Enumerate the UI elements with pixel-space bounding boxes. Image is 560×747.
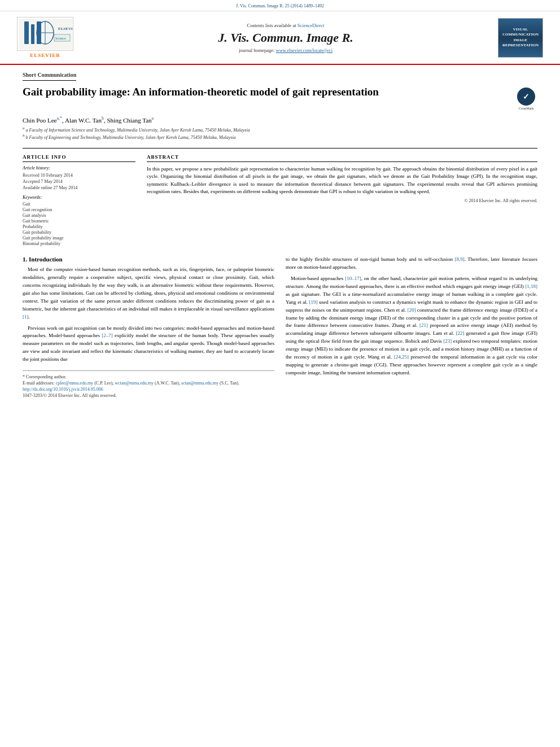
article-content: Short Communication Gait probability ima… <box>0 65 560 409</box>
article-title-row: Gait probability image: An information-t… <box>23 85 537 110</box>
keyword-5: Probability <box>23 224 135 229</box>
keyword-6: Gait probability <box>23 230 135 235</box>
article-info-header: ARTICLE INFO <box>23 154 135 162</box>
right-paragraph-1: to the highly flexible structures of non… <box>286 256 537 272</box>
keyword-4: Gait biometric <box>23 219 135 224</box>
keyword-3: Gait analysis <box>23 213 135 218</box>
svg-text:ELSEVIER: ELSEVIER <box>58 27 72 31</box>
right-paragraph-2: Motion-based approaches [10–17], on the … <box>286 275 537 377</box>
svg-rect-1 <box>24 21 29 44</box>
journal-header: ELSEVIER Science ELSEVIER Contents lists… <box>0 11 560 65</box>
affiliation-1: a a Faculty of Information Science and T… <box>23 126 537 133</box>
article-info-col: ARTICLE INFO Article history: Received 1… <box>23 154 135 247</box>
keywords-section: Keywords: Gait Gait recognition Gait ana… <box>23 195 135 246</box>
author-1: Chin Poo Lee <box>23 117 57 124</box>
elsevier-logo-box: ELSEVIER Science <box>17 17 73 51</box>
article-meta-row: ARTICLE INFO Article history: Received 1… <box>23 148 537 247</box>
doi-line: http://dx.doi.org/10.1016/j.jvcir.2014.0… <box>23 387 274 392</box>
body-columns: 1. Introduction Most of the computer vis… <box>23 256 537 398</box>
issn-line: 1047-3203/© 2014 Elsevier Inc. All right… <box>23 393 274 398</box>
crossmark-label: CrossMark <box>519 107 534 110</box>
svg-rect-2 <box>31 24 34 44</box>
corresponding-author-note: * Corresponding author. <box>23 374 274 379</box>
abstract-text: In this paper, we propose a new probabil… <box>147 165 537 196</box>
elsevier-brand: ELSEVIER <box>30 53 60 58</box>
jvcir-logo-text: VISUALCOMMUNICATIONIMAGEREPRESENTATION <box>502 27 539 47</box>
author-3: Shing Chiang Tan <box>107 117 152 124</box>
journal-homepage: journal homepage: www.elsevier.com/locat… <box>79 47 492 53</box>
affiliation-2: b b Faculty of Engineering and Technolog… <box>23 133 537 140</box>
email-wc-tan[interactable]: wctan@mmu.edu.my <box>115 381 154 386</box>
footnote-area: * Corresponding author. E-mail addresses… <box>23 370 274 398</box>
doi-link[interactable]: http://dx.doi.org/10.1016/j.jvcir.2014.0… <box>23 387 103 392</box>
sciencedirect-link[interactable]: ScienceDirect <box>298 23 325 28</box>
intro-section-title: 1. Introduction <box>23 256 274 263</box>
journal-citation: J. Vis. Commun. Image R. 25 (2014) 1489–… <box>236 3 324 8</box>
svg-text:Science: Science <box>55 37 66 40</box>
journal-citation-bar: J. Vis. Commun. Image R. 25 (2014) 1489–… <box>0 0 560 11</box>
crossmark-area: ✓ CrossMark <box>515 88 537 110</box>
journal-name: J. Vis. Commun. Image R. <box>79 30 492 45</box>
email-cp-lee[interactable]: cplee@mmu.edu.my <box>56 381 93 386</box>
history-label: Article history: <box>23 165 135 171</box>
keywords-title: Keywords: <box>23 195 135 200</box>
copyright-notice: © 2014 Elsevier Inc. All rights reserved… <box>147 198 537 203</box>
contents-available-text: Contents lists available at ScienceDirec… <box>79 23 492 28</box>
author-2: Alan W.C. Tan <box>65 117 102 124</box>
received-date: Received 10 February 2014 <box>23 173 135 178</box>
crossmark-icon[interactable]: ✓ <box>517 88 535 106</box>
article-type: Short Communication <box>23 72 76 81</box>
authors-line: Chin Poo Leea,*, Alan W.C. Tanb, Shing C… <box>23 116 537 124</box>
available-date: Available online 27 May 2014 <box>23 185 135 190</box>
journal-center: Contents lists available at ScienceDirec… <box>79 23 492 53</box>
keyword-8: Binomial probability <box>23 241 135 246</box>
article-title: Gait probability image: An information-t… <box>23 85 509 99</box>
abstract-header: ABSTRACT <box>147 154 537 162</box>
keyword-1: Gait <box>23 202 135 207</box>
jvcir-logo: VISUALCOMMUNICATIONIMAGEREPRESENTATION <box>498 18 543 58</box>
page-wrapper: J. Vis. Commun. Image R. 25 (2014) 1489–… <box>0 0 560 747</box>
elsevier-logo-area: ELSEVIER Science ELSEVIER <box>11 17 79 58</box>
body-right-col: to the highly flexible structures of non… <box>286 256 537 398</box>
email-note: E-mail addresses: cplee@mmu.edu.my (C.P.… <box>23 381 274 386</box>
intro-paragraph-2: Previous work on gait recognition can be… <box>23 325 274 364</box>
intro-paragraph-1: Most of the computer vision-based human … <box>23 266 274 321</box>
abstract-col: ABSTRACT In this paper, we propose a new… <box>147 154 537 247</box>
journal-logo-area: VISUALCOMMUNICATIONIMAGEREPRESENTATION <box>492 18 549 58</box>
keyword-7: Gait probability image <box>23 235 135 241</box>
email-sc-tan[interactable]: sctan@mmu.edu.my <box>181 381 218 386</box>
body-left-col: 1. Introduction Most of the computer vis… <box>23 256 274 398</box>
homepage-link[interactable]: www.elsevier.com/locate/jvci <box>276 47 333 53</box>
accepted-date: Accepted 7 May 2014 <box>23 179 135 184</box>
keyword-2: Gait recognition <box>23 207 135 212</box>
